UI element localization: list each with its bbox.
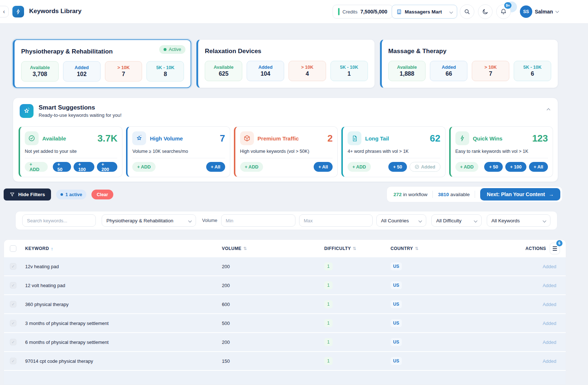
stat-over-10k[interactable]: > 10K7 xyxy=(105,61,142,82)
volume-label: Volume xyxy=(202,218,217,223)
row-checkbox[interactable]: ✓ xyxy=(10,320,16,326)
column-header-keyword[interactable]: KEYWORD↑ xyxy=(25,246,222,251)
stat-available[interactable]: Available3,708 xyxy=(21,61,59,82)
country-badge: US xyxy=(391,262,402,270)
add-all-button[interactable]: + All xyxy=(314,162,333,172)
add-200-button[interactable]: + 200 xyxy=(97,162,118,172)
volume-min-input[interactable] xyxy=(221,214,295,227)
added-status[interactable]: Added xyxy=(463,321,560,326)
difficulty-filter-select[interactable]: All Difficulty xyxy=(431,214,481,227)
next-plan-content-button[interactable]: Next: Plan Your Content → xyxy=(480,188,560,201)
search-icon xyxy=(464,8,470,15)
chevron-down-icon[interactable] xyxy=(556,9,559,13)
table-row[interactable]: ✓ 12 volt heating pad 200 1 US Added xyxy=(4,276,566,294)
project-card-massage[interactable]: Massage & Therapy Available1,888 Added66… xyxy=(380,39,558,88)
add-all-button[interactable]: + All xyxy=(529,162,548,172)
column-header-volume[interactable]: VOLUME⇅ xyxy=(222,246,324,251)
column-header-difficulty[interactable]: DIFFICULTY⇅ xyxy=(324,246,391,251)
project-card-physiotherapy[interactable]: Physiotherapy & Rehabilitation Active Av… xyxy=(13,39,191,88)
hide-filters-button[interactable]: Hide Filters xyxy=(4,188,51,201)
stat-added[interactable]: Added104 xyxy=(247,61,284,81)
add-button[interactable]: + ADD xyxy=(455,162,478,172)
suggestion-count: 7 xyxy=(220,133,225,144)
funnel-icon xyxy=(9,192,15,197)
add-100-button[interactable]: + 100 xyxy=(505,162,526,172)
row-checkbox[interactable]: ✓ xyxy=(10,358,16,364)
add-button[interactable]: + ADD xyxy=(240,162,263,172)
search-input[interactable] xyxy=(22,214,96,227)
column-header-country[interactable]: COUNTRY⇅ xyxy=(391,246,463,251)
suggestion-count: 62 xyxy=(430,133,440,144)
added-status[interactable]: Added xyxy=(463,264,560,269)
sort-icon: ⇅ xyxy=(243,246,247,251)
row-checkbox[interactable]: ✓ xyxy=(10,263,16,270)
country-filter-select[interactable]: All Countries xyxy=(376,214,426,227)
arrow-right-icon: → xyxy=(549,191,554,197)
stat-over-10k[interactable]: > 10K7 xyxy=(472,61,509,81)
stat-over-10k[interactable]: > 10K4 xyxy=(289,61,326,81)
add-50-button[interactable]: + 50 xyxy=(53,162,71,172)
row-checkbox[interactable]: ✓ xyxy=(10,339,16,345)
project-filter-select[interactable]: Physiotherapy & Rehabilitation xyxy=(102,214,196,227)
stat-added[interactable]: Added102 xyxy=(63,61,101,82)
keyword-cell: 360 physical therapy xyxy=(25,302,222,307)
active-filters-badge: 1 active xyxy=(56,190,87,199)
add-button[interactable]: + ADD xyxy=(348,162,371,172)
add-button[interactable]: + ADD xyxy=(25,162,48,172)
stat-available[interactable]: Available625 xyxy=(205,61,242,81)
row-checkbox[interactable]: ✓ xyxy=(10,301,16,307)
added-button[interactable]: Added xyxy=(409,162,440,172)
filters-toolbar: Hide Filters 1 active Clear xyxy=(4,188,113,201)
stat-5k-10k[interactable]: 5K - 10K6 xyxy=(514,61,551,81)
stat-5k-10k[interactable]: 5K - 10K1 xyxy=(330,61,368,81)
search-button[interactable] xyxy=(460,4,474,19)
user-name: Salman xyxy=(535,9,553,15)
dark-mode-button[interactable] xyxy=(478,4,493,19)
table-row[interactable]: ✓ 3 months of physical therapy settlemen… xyxy=(4,314,566,332)
columns-menu-button[interactable]: 6 xyxy=(550,243,560,254)
country-badge: US xyxy=(391,281,402,289)
keyword-cell: 6 months of physical therapy settlement xyxy=(25,340,222,345)
add-100-button[interactable]: + 100 xyxy=(74,162,94,172)
table-row[interactable]: ✓ 97014 cpt code physical therapy 150 1 … xyxy=(4,352,566,370)
app-logo xyxy=(12,6,24,17)
page-title: Keywords Library xyxy=(29,8,82,15)
added-status[interactable]: Added xyxy=(463,283,560,288)
difficulty-badge: 1 xyxy=(324,319,333,327)
stat-5k-10k[interactable]: 5K - 10K8 xyxy=(146,61,184,82)
credits-box[interactable]: Credits 7,500/5,000 xyxy=(333,5,393,19)
add-50-button[interactable]: + 50 xyxy=(484,162,503,172)
back-button[interactable]: ‹ xyxy=(0,6,9,17)
volume-max-input[interactable] xyxy=(299,214,373,227)
country-badge: US xyxy=(391,357,402,365)
add-all-button[interactable]: + All xyxy=(206,162,225,172)
stat-available[interactable]: Available1,888 xyxy=(388,61,426,81)
difficulty-badge: 1 xyxy=(324,357,333,365)
suggestion-card-premium-traffic: Premium Traffic 2 High volume keywords (… xyxy=(234,126,338,177)
row-checkbox[interactable]: ✓ xyxy=(10,282,16,289)
avatar[interactable]: SS xyxy=(520,5,532,18)
table-row[interactable]: ✓ 6 months of physical therapy settlemen… xyxy=(4,333,566,351)
top-header: ‹ Keywords Library Credits 7,500/5,000 M… xyxy=(0,0,588,23)
volume-cell: 200 xyxy=(222,264,324,269)
clear-filters-button[interactable]: Clear xyxy=(91,190,113,199)
keyword-cell: 12 volt heating pad xyxy=(25,283,222,288)
added-status[interactable]: Added xyxy=(463,358,560,364)
add-button[interactable]: + ADD xyxy=(132,162,155,172)
table-row[interactable]: ✓ 360 physical therapy 600 1 US Added xyxy=(4,295,566,313)
added-status[interactable]: Added xyxy=(463,340,560,345)
table-row[interactable]: ✓ 12v heating pad 200 1 US Added xyxy=(4,257,566,275)
add-50-button[interactable]: + 50 xyxy=(388,162,407,172)
check-icon: ✓ xyxy=(11,302,15,307)
keyword-type-filter-select[interactable]: All Keywords xyxy=(487,214,550,227)
select-all-checkbox[interactable] xyxy=(10,245,16,252)
project-card-relaxation[interactable]: Relaxation Devices Available625 Added104… xyxy=(196,39,375,88)
project-name: Relaxation Devices xyxy=(205,48,368,55)
suggestion-card-long-tail: Long Tail 62 4+ word phrases with vol > … xyxy=(341,126,445,177)
suggestion-count: 2 xyxy=(328,133,333,144)
added-status[interactable]: Added xyxy=(463,302,560,307)
chevron-down-icon xyxy=(474,219,477,222)
workspace-selector[interactable]: Massagers Mart xyxy=(392,5,457,19)
stat-added[interactable]: Added66 xyxy=(430,61,467,81)
moon-icon xyxy=(482,8,489,15)
